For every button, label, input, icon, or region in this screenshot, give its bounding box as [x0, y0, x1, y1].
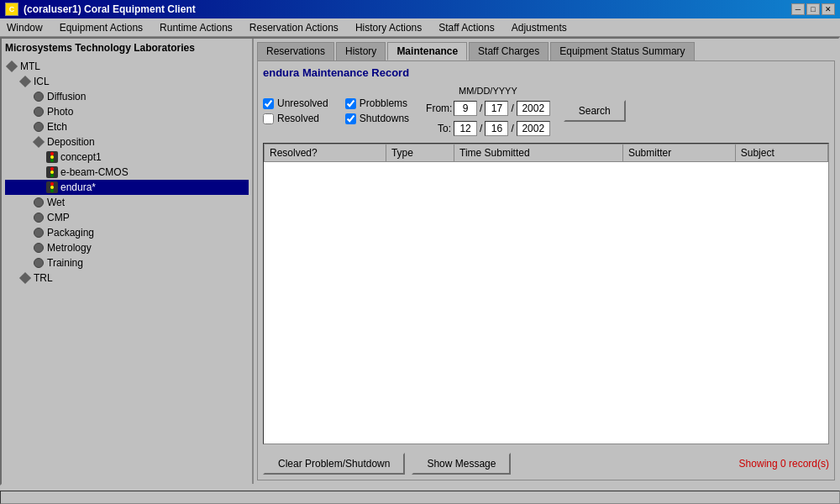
- menu-history-actions[interactable]: History Actions: [352, 20, 425, 35]
- tree-item-diffusion[interactable]: Diffusion: [5, 89, 249, 104]
- minimize-button[interactable]: ─: [791, 3, 805, 15]
- tab-maintenance[interactable]: Maintenance: [387, 42, 467, 60]
- to-day-input[interactable]: [485, 121, 508, 136]
- tree-label-metrology: Metrology: [47, 242, 92, 254]
- tree-icon-etch: [32, 120, 45, 134]
- to-month-input[interactable]: [454, 121, 477, 136]
- tree-icon-mtl: [5, 60, 18, 73]
- problems-checkbox[interactable]: [345, 98, 356, 109]
- resolved-checkbox[interactable]: [263, 113, 274, 124]
- menu-adjustments[interactable]: Adjustments: [508, 20, 570, 35]
- left-panel: Microsystems Technology Laboratories MTL…: [2, 39, 254, 484]
- tab-equipment-status[interactable]: Equipment Status Summary: [550, 42, 694, 60]
- maintenance-table-container: Resolved? Type Time Submitted Submitter …: [263, 143, 829, 444]
- tree-icon-e-beam-cmos: [45, 165, 59, 179]
- tree-item-endura[interactable]: endura*: [5, 180, 249, 195]
- tab-reservations[interactable]: Reservations: [257, 42, 334, 60]
- main-layout: Microsystems Technology Laboratories MTL…: [0, 37, 840, 486]
- tree-item-trl[interactable]: TRL: [5, 270, 249, 286]
- tree-item-e-beam-cmos[interactable]: e-beam-CMOS: [5, 165, 249, 180]
- to-sep-2: /: [511, 123, 513, 134]
- tree-label-endura: endura*: [60, 181, 96, 193]
- tree-label-cmp: CMP: [47, 212, 70, 223]
- shutdowns-label: Shutdowns: [360, 113, 409, 124]
- tree-label-training: Training: [47, 257, 83, 269]
- menu-window[interactable]: Window: [3, 20, 46, 35]
- menu-staff-actions[interactable]: Staff Actions: [435, 20, 498, 35]
- tree-icon-endura: [45, 181, 59, 194]
- date-format-header: MM/DD/YYYY: [426, 86, 550, 96]
- close-button[interactable]: ✕: [822, 3, 835, 15]
- tree-item-wet[interactable]: Wet: [5, 195, 249, 210]
- from-date-row: From: / /: [426, 101, 550, 116]
- checkboxes-column: Unresolved Resolved: [263, 97, 328, 124]
- maintenance-tab-content: endura Maintenance Record Unresolved Res…: [257, 60, 835, 480]
- tree-icon-training: [32, 256, 45, 270]
- search-button[interactable]: Search: [564, 100, 626, 122]
- problems-row: Probblems: [345, 97, 409, 109]
- tree-item-etch[interactable]: Etch: [5, 119, 249, 134]
- col-resolved: Resolved?: [265, 144, 386, 162]
- tab-history[interactable]: History: [336, 42, 386, 60]
- tree-item-mtl[interactable]: MTL: [5, 59, 249, 74]
- tree-label-e-beam-cmos: e-beam-CMOS: [60, 166, 129, 178]
- tree-label-photo: Photo: [47, 106, 73, 118]
- tree-icon-wet: [32, 196, 45, 209]
- from-month-input[interactable]: [454, 101, 477, 116]
- col-subject: Subject: [735, 144, 827, 162]
- unresolved-checkbox[interactable]: [263, 98, 274, 109]
- problems-label: Probblems: [360, 97, 407, 109]
- col-submitter: Submitter: [622, 144, 735, 162]
- checkboxes-column-2: Probblems Shutdowns: [345, 97, 409, 124]
- tree-item-icl[interactable]: ICL: [5, 74, 249, 89]
- to-sep-1: /: [480, 123, 482, 134]
- tree-label-trl: TRL: [34, 272, 53, 284]
- tree-icon-diffusion: [32, 90, 45, 103]
- to-date-row: To: / /: [426, 121, 550, 136]
- maximize-button[interactable]: □: [806, 3, 820, 15]
- to-year-input[interactable]: [517, 121, 550, 136]
- window-title: (coraluser1) Coral Equipment Client: [24, 3, 196, 15]
- tree-label-icl: ICL: [34, 76, 50, 87]
- maintenance-table: Resolved? Type Time Submitted Submitter …: [264, 144, 828, 162]
- tree-item-concept1[interactable]: concept1: [5, 150, 249, 165]
- from-day-input[interactable]: [485, 101, 508, 116]
- tree-item-metrology[interactable]: Metrology: [5, 240, 249, 255]
- tree-icon-metrology: [32, 241, 45, 255]
- tree-item-deposition[interactable]: Deposition: [5, 134, 249, 150]
- menu-equipment-actions[interactable]: Equipment Actions: [56, 20, 146, 35]
- menu-runtime-actions[interactable]: Runtime Actions: [156, 20, 236, 35]
- from-sep-2: /: [511, 102, 513, 114]
- menu-reservation-actions[interactable]: Reservation Actions: [246, 20, 342, 35]
- col-time-submitted: Time Submitted: [454, 144, 623, 162]
- tree-label-concept1: concept1: [60, 151, 102, 163]
- tree-label-etch: Etch: [47, 121, 67, 133]
- resolved-row: Resolved: [263, 113, 328, 124]
- shutdowns-row: Shutdowns: [345, 113, 409, 124]
- tree-label-deposition: Deposition: [47, 136, 95, 148]
- tree-label-wet: Wet: [47, 197, 65, 208]
- tree-item-training[interactable]: Training: [5, 255, 249, 270]
- tree-item-photo[interactable]: Photo: [5, 104, 249, 119]
- tabs-row: Reservations History Maintenance Staff C…: [257, 42, 835, 60]
- tree-icon-packaging: [32, 226, 45, 239]
- resolved-label: Resolved: [277, 113, 319, 124]
- from-year-input[interactable]: [517, 101, 550, 116]
- tree-container: MTLICLDiffusionPhotoEtchDepositionconcep…: [5, 59, 249, 286]
- unresolved-label: Unresolved: [277, 97, 328, 109]
- tree-item-packaging[interactable]: Packaging: [5, 225, 249, 240]
- shutdowns-checkbox[interactable]: [345, 113, 356, 124]
- tree-icon-photo: [32, 105, 45, 118]
- tree-icon-concept1: [45, 150, 59, 164]
- show-message-button[interactable]: Show Message: [412, 453, 511, 475]
- window-controls: ─ □ ✕: [791, 3, 835, 15]
- filters-area: Unresolved Resolved Probblems Shutdowns: [263, 86, 829, 136]
- tab-staff-charges[interactable]: Staff Charges: [469, 42, 549, 60]
- tree-icon-cmp: [32, 211, 45, 224]
- col-type: Type: [386, 144, 454, 162]
- clear-problem-shutdown-button[interactable]: Clear Problem/Shutdown: [263, 453, 405, 475]
- tree-item-cmp[interactable]: CMP: [5, 210, 249, 225]
- title-bar: C (coraluser1) Coral Equipment Client ─ …: [0, 0, 840, 18]
- menu-bar: Window Equipment Actions Runtime Actions…: [0, 18, 840, 37]
- tree-label-packaging: Packaging: [47, 227, 94, 239]
